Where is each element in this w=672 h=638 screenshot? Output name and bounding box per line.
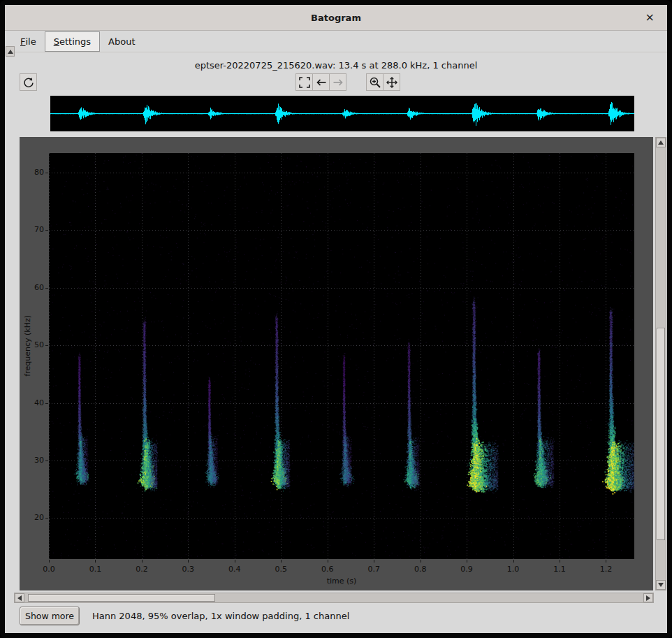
menu-item-about[interactable]: About — [100, 31, 143, 52]
pan-button[interactable] — [383, 73, 400, 91]
spectrogram-canvas[interactable] — [49, 153, 634, 559]
spectrogram-panel: frequency (kHz) time (s) 203040506070800… — [20, 137, 653, 590]
y-tick-mark — [45, 518, 48, 519]
x-tick-mark — [467, 560, 467, 563]
x-tick-label: 0.3 — [174, 565, 202, 574]
x-tick-mark — [513, 560, 514, 563]
x-tick-mark — [281, 560, 282, 563]
arrow-up-icon — [658, 140, 664, 145]
vertical-scrollbar-thumb[interactable] — [657, 328, 665, 540]
screen: Batogram × FileSettingsAbout eptser-2022… — [0, 0, 672, 638]
y-tick-mark — [45, 173, 48, 173]
back-button[interactable] — [312, 73, 330, 91]
x-tick-label: 0.2 — [128, 565, 156, 574]
x-tick-mark — [95, 560, 96, 563]
app-window: Batogram × FileSettingsAbout eptser-2022… — [5, 5, 667, 633]
x-tick-mark — [606, 560, 606, 563]
reset-view-icon — [22, 76, 35, 89]
zoom-button[interactable] — [366, 73, 384, 91]
forward-button — [329, 73, 346, 91]
y-tick-label: 70 — [20, 225, 44, 234]
x-tick-mark — [235, 560, 235, 563]
x-tick-label: 1.2 — [592, 565, 620, 574]
scroll-right-button[interactable] — [643, 593, 653, 602]
x-tick-label: 0.0 — [35, 565, 63, 574]
forward-arrow-icon — [332, 76, 344, 89]
y-tick-mark — [45, 288, 48, 289]
x-tick-label: 0.7 — [360, 565, 388, 574]
scroll-left-button[interactable] — [15, 593, 24, 602]
menu-item-settings[interactable]: Settings — [45, 31, 100, 52]
arrow-right-icon — [646, 595, 650, 601]
menubar: FileSettingsAbout — [5, 31, 667, 52]
x-tick-label: 0.8 — [407, 565, 434, 574]
waveform-overview[interactable] — [50, 96, 634, 131]
x-tick-label: 0.9 — [453, 565, 481, 574]
horizontal-scrollbar-thumb[interactable] — [28, 594, 215, 602]
x-tick-mark — [421, 560, 421, 563]
title-bar[interactable]: Batogram × — [5, 5, 667, 31]
x-tick-mark — [374, 560, 374, 563]
y-tick-label: 20 — [20, 513, 44, 522]
arrow-left-icon — [17, 595, 22, 601]
back-arrow-icon — [315, 76, 328, 89]
x-tick-mark — [188, 560, 189, 563]
y-tick-mark — [45, 230, 48, 231]
x-tick-mark — [142, 560, 143, 563]
fullscreen-button[interactable] — [295, 73, 313, 91]
y-tick-mark — [45, 403, 48, 404]
x-tick-label: 0.4 — [221, 565, 249, 574]
x-tick-mark — [328, 560, 328, 563]
scroll-up-button[interactable] — [656, 138, 666, 147]
file-info-label: eptser-20220725_215620.wav: 13.4 s at 28… — [5, 60, 667, 71]
x-tick-label: 0.6 — [314, 565, 342, 574]
pane-toggle-button[interactable] — [6, 46, 15, 57]
fullscreen-icon — [298, 76, 311, 89]
y-tick-mark — [45, 461, 48, 461]
chevron-up-icon — [8, 50, 13, 54]
x-tick-mark — [560, 560, 560, 563]
close-button[interactable]: × — [640, 10, 660, 24]
horizontal-scrollbar[interactable] — [14, 593, 654, 603]
y-tick-label: 80 — [20, 168, 44, 177]
arrow-down-icon — [658, 583, 664, 587]
x-tick-label: 1.0 — [499, 565, 527, 574]
reset-view-button[interactable] — [20, 73, 37, 91]
y-tick-mark — [45, 345, 48, 346]
y-tick-label: 60 — [20, 283, 44, 292]
y-tick-label: 30 — [20, 456, 44, 465]
menu-item-file[interactable]: File — [12, 31, 45, 52]
window-title: Batogram — [311, 13, 361, 23]
pan-icon — [386, 76, 398, 89]
y-tick-label: 50 — [20, 340, 44, 349]
y-tick-label: 40 — [20, 398, 44, 407]
scroll-down-button[interactable] — [656, 580, 666, 590]
vertical-scrollbar[interactable] — [655, 137, 666, 590]
x-tick-label: 1.1 — [546, 565, 574, 574]
show-more-button[interactable]: Show more — [20, 607, 80, 625]
status-text: Hann 2048, 95% overlap, 1x window paddin… — [92, 607, 349, 625]
x-tick-mark — [49, 560, 50, 563]
x-tick-label: 0.5 — [267, 565, 295, 574]
x-axis-label: time (s) — [49, 577, 634, 586]
x-tick-label: 0.1 — [81, 565, 109, 574]
zoom-icon — [369, 76, 381, 89]
